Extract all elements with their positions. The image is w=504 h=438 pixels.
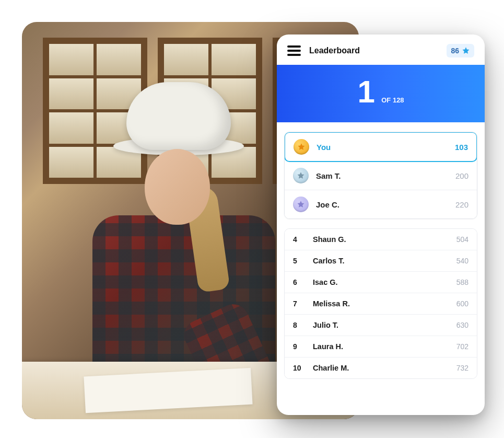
player-rank: 9	[293, 342, 303, 351]
rank-total: OF 128	[381, 96, 404, 104]
app-header: Leaderboard 86	[277, 34, 485, 65]
list-item[interactable]: 9 Laura H. 702	[285, 336, 477, 358]
player-name: Joe C.	[316, 200, 448, 209]
player-name: You	[317, 143, 448, 152]
list-item[interactable]: 6 Isac G. 588	[285, 272, 477, 293]
player-name: Carlos T.	[313, 257, 447, 265]
player-score: 702	[456, 342, 468, 351]
points-badge[interactable]: 86	[447, 44, 474, 57]
player-score: 504	[456, 235, 468, 244]
bronze-medal-icon	[293, 197, 309, 212]
players-list: 4 Shaun G. 504 5 Carlos T. 540 6 Isac G.…	[284, 228, 477, 379]
player-name: Sam T.	[316, 171, 448, 180]
player-rank: 5	[293, 257, 303, 265]
points-value: 86	[451, 47, 459, 55]
player-name: Isac G.	[313, 278, 447, 286]
player-score: 540	[456, 257, 468, 265]
person-illustration	[64, 82, 283, 396]
gold-medal-icon	[294, 139, 309, 155]
list-item[interactable]: 4 Shaun G. 504	[285, 229, 477, 250]
list-item[interactable]: Joe C. 220	[285, 190, 477, 218]
list-item[interactable]: 7 Melissa R. 600	[285, 293, 477, 315]
player-score: 600	[456, 299, 468, 308]
silver-medal-icon	[293, 168, 309, 183]
player-score: 732	[456, 364, 468, 372]
leaderboard-app: Leaderboard 86 1 OF 128 You 103	[277, 34, 485, 415]
player-name: Laura H.	[313, 342, 447, 351]
player-rank: 6	[293, 278, 303, 286]
list-item[interactable]: 5 Carlos T. 540	[285, 250, 477, 272]
player-rank: 7	[293, 299, 303, 308]
rank-position: 1	[357, 76, 374, 108]
rank-banner: 1 OF 128	[277, 65, 485, 122]
page-title: Leaderboard	[309, 46, 438, 55]
player-name: Charlie M.	[313, 364, 447, 372]
player-rank: 10	[293, 364, 303, 372]
player-name: Melissa R.	[313, 299, 447, 308]
player-score: 220	[455, 200, 468, 209]
list-item[interactable]: 8 Julio T. 630	[285, 315, 477, 336]
player-rank: 4	[293, 235, 303, 244]
player-name: Julio T.	[313, 321, 447, 329]
menu-icon[interactable]	[287, 45, 301, 56]
player-score: 588	[456, 278, 468, 286]
list-item[interactable]: You 103	[284, 132, 477, 162]
player-score: 200	[455, 171, 468, 180]
list-item[interactable]: Sam T. 200	[285, 162, 477, 190]
star-icon	[462, 47, 470, 55]
player-score: 630	[456, 321, 468, 329]
player-score: 103	[455, 143, 468, 152]
list-item[interactable]: 10 Charlie M. 732	[285, 358, 477, 378]
player-rank: 8	[293, 321, 303, 329]
top-players-list: You 103 Sam T. 200 Joe C. 220	[284, 132, 477, 219]
player-name: Shaun G.	[313, 235, 447, 244]
